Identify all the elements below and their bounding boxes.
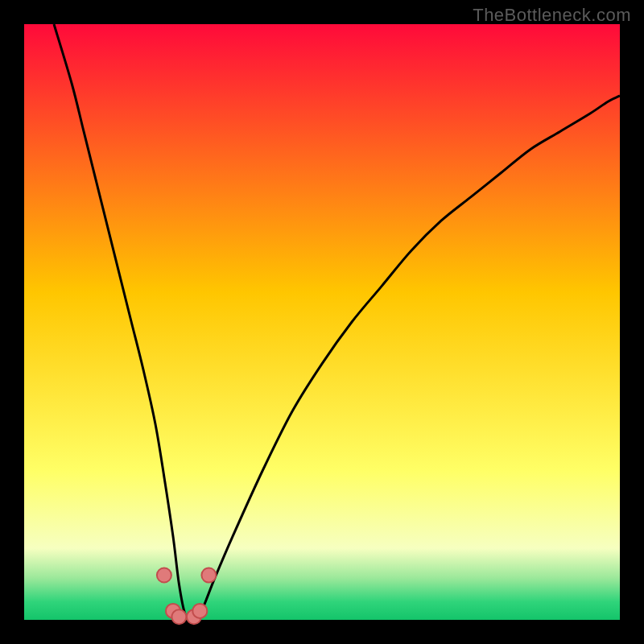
watermark-label: TheBottleneck.com	[473, 5, 631, 26]
plot-svg	[0, 0, 644, 644]
curve-marker	[201, 568, 216, 583]
gradient-panel	[24, 24, 620, 620]
chart-stage: TheBottleneck.com	[0, 0, 644, 644]
curve-marker	[157, 568, 171, 583]
curve-marker	[192, 604, 207, 618]
curve-marker	[171, 609, 186, 624]
